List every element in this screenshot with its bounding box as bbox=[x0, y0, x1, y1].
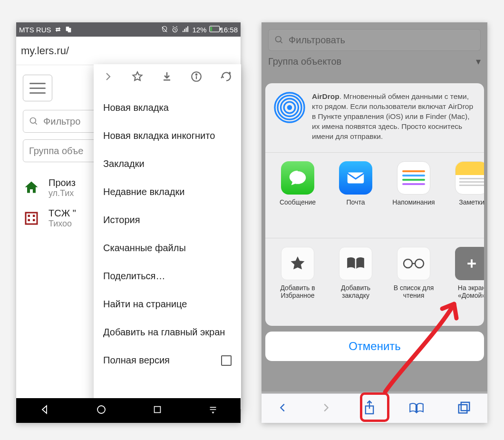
download-icon[interactable] bbox=[161, 71, 173, 84]
refresh-icon[interactable] bbox=[220, 70, 233, 85]
share-sheet: AirDrop. Мгновенный обмен данными с теми… bbox=[265, 83, 484, 326]
menu-downloads[interactable]: Скачанные файлы bbox=[94, 234, 241, 262]
sync-icon bbox=[54, 26, 62, 33]
filter-placeholder: Фильтро bbox=[43, 116, 80, 127]
safari-share-icon[interactable] bbox=[363, 400, 376, 418]
url-input[interactable] bbox=[21, 45, 78, 57]
menu-find[interactable]: Найти на странице bbox=[94, 290, 241, 318]
chrome-menu: Новая вкладка Новая вкладка инкогнито За… bbox=[94, 64, 241, 409]
nav-back-icon[interactable] bbox=[39, 404, 50, 417]
battery-icon bbox=[209, 26, 217, 33]
notes-icon bbox=[455, 161, 484, 195]
safari-forward-icon[interactable] bbox=[320, 401, 331, 417]
nav-recent-icon[interactable] bbox=[152, 404, 163, 417]
safari-toolbar bbox=[262, 393, 487, 423]
menu-add-home[interactable]: Добавить на главный экран bbox=[94, 318, 241, 346]
plus-icon bbox=[455, 247, 484, 280]
book-icon bbox=[339, 247, 372, 280]
airdrop-icon bbox=[274, 92, 305, 123]
svg-rect-32 bbox=[459, 404, 467, 413]
share-actions-row: Добавить в Избранное Добавить закладку В… bbox=[265, 238, 484, 323]
reminders-icon bbox=[397, 161, 430, 195]
svg-rect-19 bbox=[154, 407, 160, 413]
nav-menu-icon[interactable] bbox=[208, 404, 218, 417]
ios-group-select[interactable]: Группа объектов ▾ bbox=[262, 51, 487, 67]
clock-label: 16:58 bbox=[220, 26, 238, 34]
menu-bookmarks[interactable]: Закладки bbox=[94, 150, 241, 178]
menu-desktop-site[interactable]: Полная версия bbox=[94, 346, 241, 374]
signal-icon bbox=[182, 26, 189, 33]
search-icon bbox=[274, 35, 284, 45]
hamburger-button[interactable] bbox=[23, 75, 52, 101]
star-icon[interactable] bbox=[131, 70, 144, 85]
action-bookmark[interactable]: Добавить закладку bbox=[334, 247, 378, 323]
svg-rect-31 bbox=[461, 402, 470, 411]
item-subtitle: ул.Тих bbox=[48, 188, 76, 198]
svg-point-29 bbox=[415, 259, 424, 268]
safari-back-icon[interactable] bbox=[278, 401, 288, 417]
safari-tabs-icon[interactable] bbox=[457, 401, 471, 417]
svg-rect-9 bbox=[26, 213, 37, 224]
android-nav-bar bbox=[16, 398, 241, 423]
carrier-label: MTS RUS bbox=[19, 26, 51, 34]
vibrate-icon bbox=[161, 26, 168, 33]
share-app-messages[interactable]: Сообщение bbox=[276, 161, 320, 238]
android-screenshot: MTS RUS 12% 16:58 bbox=[16, 22, 241, 423]
svg-rect-14 bbox=[164, 79, 170, 81]
svg-point-18 bbox=[97, 406, 105, 413]
nav-home-icon[interactable] bbox=[96, 404, 107, 417]
cancel-button[interactable]: Отменить bbox=[265, 332, 484, 361]
android-status-bar: MTS RUS 12% 16:58 bbox=[16, 22, 241, 37]
menu-recent-tabs[interactable]: Недавние вкладки bbox=[94, 178, 241, 206]
svg-rect-6 bbox=[211, 27, 212, 31]
search-icon bbox=[29, 117, 39, 126]
chevron-down-icon: ▾ bbox=[476, 56, 481, 67]
desktop-site-checkbox[interactable] bbox=[221, 355, 232, 366]
ios-filter-input[interactable]: Фильтровать bbox=[268, 29, 481, 51]
menu-share[interactable]: Поделиться… bbox=[94, 262, 241, 290]
svg-point-20 bbox=[276, 37, 281, 42]
star-filled-icon bbox=[281, 247, 314, 280]
group-placeholder: Группа объе bbox=[29, 146, 83, 156]
action-favorites[interactable]: Добавить в Избранное bbox=[276, 247, 320, 323]
info-icon[interactable] bbox=[190, 70, 203, 85]
share-app-reminders[interactable]: Напоминания bbox=[392, 161, 436, 238]
item-title: ТСЖ " bbox=[48, 208, 76, 219]
menu-new-tab[interactable]: Новая вкладка bbox=[94, 94, 241, 122]
svg-point-28 bbox=[404, 259, 412, 268]
svg-point-22 bbox=[287, 105, 292, 110]
svg-line-21 bbox=[281, 41, 282, 43]
ios-screenshot: Фильтровать Группа объектов ▾ AirDrop. М… bbox=[262, 22, 487, 423]
svg-line-8 bbox=[35, 123, 37, 125]
share-apps-row: Сообщение Почта Напоминания bbox=[265, 152, 484, 238]
battery-percent: 12% bbox=[192, 26, 206, 34]
ios-filter-placeholder: Фильтровать bbox=[289, 35, 345, 46]
airdrop-section[interactable]: AirDrop. Мгновенный обмен данными с теми… bbox=[265, 83, 484, 152]
svg-rect-11 bbox=[33, 215, 35, 217]
mail-icon bbox=[339, 161, 372, 195]
action-home-screen[interactable]: На экран «Домой» bbox=[450, 247, 484, 323]
svg-rect-10 bbox=[28, 215, 30, 217]
alarm-icon bbox=[171, 26, 179, 33]
chrome-url-bar[interactable] bbox=[16, 37, 241, 65]
double-sim-icon bbox=[65, 26, 72, 33]
item-title: Произ bbox=[48, 177, 76, 188]
ios-group-label: Группа объектов bbox=[268, 56, 341, 67]
glasses-icon bbox=[397, 247, 430, 280]
svg-rect-1 bbox=[68, 28, 71, 32]
airdrop-text: AirDrop. Мгновенный обмен данными с теми… bbox=[312, 92, 475, 142]
svg-point-7 bbox=[30, 118, 36, 124]
share-app-notes[interactable]: Заметки bbox=[450, 161, 484, 238]
svg-rect-13 bbox=[33, 219, 35, 222]
action-reading-list[interactable]: В список для чтения bbox=[392, 247, 436, 323]
safari-bookmarks-icon[interactable] bbox=[408, 401, 425, 416]
svg-point-17 bbox=[195, 74, 197, 75]
share-app-mail[interactable]: Почта bbox=[334, 161, 378, 238]
forward-icon[interactable] bbox=[102, 71, 114, 84]
building-icon bbox=[23, 210, 40, 227]
menu-history[interactable]: История bbox=[94, 206, 241, 234]
menu-incognito[interactable]: Новая вкладка инкогнито bbox=[94, 122, 241, 150]
messages-icon bbox=[281, 161, 314, 195]
svg-rect-27 bbox=[348, 172, 364, 183]
svg-rect-12 bbox=[28, 219, 30, 222]
